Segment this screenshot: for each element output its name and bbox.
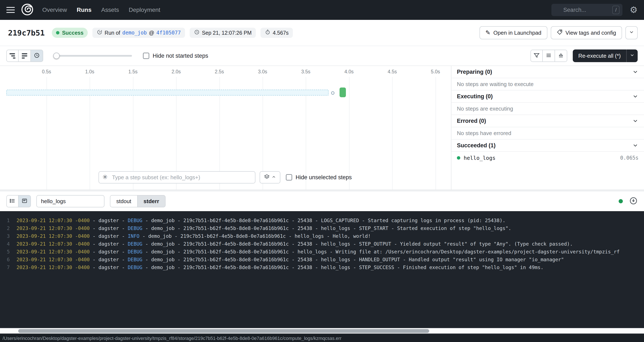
top-navbar: OverviewRunsAssetsDeployment / ⚙ xyxy=(0,0,644,20)
gantt-axis-tick: 1.0s xyxy=(85,69,94,74)
search-icon xyxy=(554,6,560,13)
step-section-title: Executing (0) xyxy=(457,93,493,100)
chevron-down-icon xyxy=(632,69,638,75)
clock-icon xyxy=(34,52,40,60)
step-status-panel: Preparing (0)No steps are waiting to exe… xyxy=(451,66,644,190)
gantt-step-bar-hello-logs[interactable] xyxy=(340,88,346,97)
gantt-axis-tick: 3.5s xyxy=(301,69,310,74)
step-section-title: Succeeded (1) xyxy=(457,142,496,149)
log-line: 52023-09-21 12:07:30 -0400 - dagster - D… xyxy=(0,248,644,256)
step-section-header[interactable]: Errored (0) xyxy=(452,115,644,127)
step-section-empty-text: No steps are executing xyxy=(452,103,644,115)
graph-query-button[interactable] xyxy=(260,171,280,184)
gantt-waiting-bar xyxy=(6,90,328,96)
flat-view-icon xyxy=(22,53,27,58)
tag-icon xyxy=(557,29,562,36)
step-section-header[interactable]: Succeeded (1) xyxy=(452,140,644,152)
nav-item-runs[interactable]: Runs xyxy=(77,6,92,13)
chevron-down-icon xyxy=(632,93,638,100)
step-status-dot xyxy=(457,156,460,160)
nav-item-deployment[interactable]: Deployment xyxy=(129,6,160,13)
zoom-slider[interactable] xyxy=(53,50,132,62)
log-line: 22023-09-21 12:07:30 -0400 - dagster - D… xyxy=(0,224,644,232)
step-section-title: Preparing (0) xyxy=(457,69,492,75)
zoom-slider-knob[interactable] xyxy=(53,53,60,59)
gantt-gridline xyxy=(392,77,392,190)
gear-icon[interactable]: ⚙ xyxy=(630,6,638,14)
run-header: 219c7b51 Success Run of demo_job @ 4f105… xyxy=(0,20,644,46)
collapse-button[interactable] xyxy=(555,50,567,62)
dagster-logo[interactable] xyxy=(21,3,34,17)
gantt-chart: 0.5s1.0s1.5s2.0s2.5s3.0s3.5s4.0s4.5s5.0s… xyxy=(0,66,451,190)
waterfall-icon xyxy=(10,53,16,58)
gantt-marker-dot xyxy=(331,91,334,95)
global-search[interactable]: / xyxy=(552,4,622,16)
log-capture-status-dot xyxy=(619,199,623,203)
main-nav: OverviewRunsAssetsDeployment xyxy=(42,6,160,13)
status-bar: /Users/erincochran/Desktop/dagster-examp… xyxy=(0,334,644,342)
step-section-empty-text: No steps are waiting to execute xyxy=(452,78,644,90)
stopwatch-icon xyxy=(265,29,270,36)
flat-view-button[interactable] xyxy=(18,50,31,62)
start-time-pill: Sep 21, 12:07:26 PM xyxy=(190,28,256,38)
chevron-down-icon xyxy=(632,118,638,124)
step-subset-input[interactable] xyxy=(98,171,256,184)
structured-log-button[interactable] xyxy=(6,195,18,207)
chevron-down-icon xyxy=(630,53,635,59)
gantt-axis-tick: 4.5s xyxy=(388,69,397,74)
reexecute-all-button[interactable]: Re-execute all (*) xyxy=(573,50,638,62)
filter-button[interactable] xyxy=(530,50,543,62)
snapshot-link[interactable]: 4f105077 xyxy=(156,30,181,36)
gantt-view-mode-group xyxy=(6,50,43,62)
tab-stdout[interactable]: stdout xyxy=(110,195,138,207)
gantt-gridline xyxy=(436,77,436,190)
open-launchpad-button[interactable]: ✎ Open in Launchpad xyxy=(480,26,547,39)
step-row[interactable]: hello_logs0.065s xyxy=(452,152,644,164)
waterfall-view-button[interactable] xyxy=(6,50,18,62)
run-actions-dropdown-button[interactable] xyxy=(626,26,638,39)
nav-item-overview[interactable]: Overview xyxy=(42,6,67,13)
log-view-mode-group xyxy=(6,195,31,207)
log-line: 42023-09-21 12:07:30 -0400 - dagster - D… xyxy=(0,240,644,248)
structured-list-icon xyxy=(9,198,16,205)
step-section-empty-text: No steps have errored xyxy=(452,127,644,140)
log-line: 72023-09-21 12:07:30 -0400 - dagster - D… xyxy=(0,264,644,272)
pencil-icon: ✎ xyxy=(486,30,490,36)
log-step-filter-input[interactable] xyxy=(36,195,104,207)
view-tags-config-button[interactable]: View tags and config xyxy=(551,26,622,39)
gantt-axis-tick: 5.0s xyxy=(431,69,440,74)
run-of-pill: Run of demo_job @ 4f105077 xyxy=(92,28,185,38)
menu-icon[interactable] xyxy=(6,7,15,13)
search-input[interactable] xyxy=(563,6,610,14)
reexecute-dropdown[interactable] xyxy=(626,50,638,62)
step-subset-row: ✳ Hide unselected steps xyxy=(98,171,352,184)
search-shortcut-badge: / xyxy=(612,6,620,14)
io-stream-tabs: stdoutstderr xyxy=(110,195,166,207)
hide-unselected-checkbox[interactable] xyxy=(286,174,292,180)
log-toolbar-right xyxy=(619,196,638,206)
gantt-axis-tick: 0.5s xyxy=(42,69,51,74)
log-line: 12023-09-21 12:07:30 -0400 - dagster - D… xyxy=(0,217,644,224)
rows-button[interactable] xyxy=(543,50,555,62)
step-section-header[interactable]: Preparing (0) xyxy=(452,66,644,78)
nav-item-assets[interactable]: Assets xyxy=(101,6,119,13)
status-badge: Success xyxy=(52,28,88,38)
hide-not-started-checkbox[interactable] xyxy=(143,53,149,59)
chevron-down-icon xyxy=(632,142,638,148)
gantt-toolbar-right: Re-execute all (*) xyxy=(530,50,638,62)
raw-log-button[interactable] xyxy=(18,195,31,207)
download-log-icon[interactable] xyxy=(629,196,638,206)
horizontal-scrollbar-thumb[interactable] xyxy=(18,329,429,333)
panel-resize-handle[interactable] xyxy=(0,190,644,191)
gantt-axis-tick: 3.0s xyxy=(258,69,267,74)
gantt-toolbar: Hide not started steps Re-execute all (*… xyxy=(0,46,644,66)
tab-stderr[interactable]: stderr xyxy=(138,195,166,207)
gantt-axis-tick: 2.5s xyxy=(215,69,224,74)
rows-icon xyxy=(546,52,552,60)
job-link[interactable]: demo_job xyxy=(122,30,147,36)
log-toolbar: stdoutstderr xyxy=(0,191,644,211)
run-id: 219c7b51 xyxy=(8,28,44,37)
step-section-header[interactable]: Executing (0) xyxy=(452,90,644,103)
timed-view-button[interactable] xyxy=(31,50,43,62)
gantt-axis-tick: 2.0s xyxy=(172,69,180,74)
